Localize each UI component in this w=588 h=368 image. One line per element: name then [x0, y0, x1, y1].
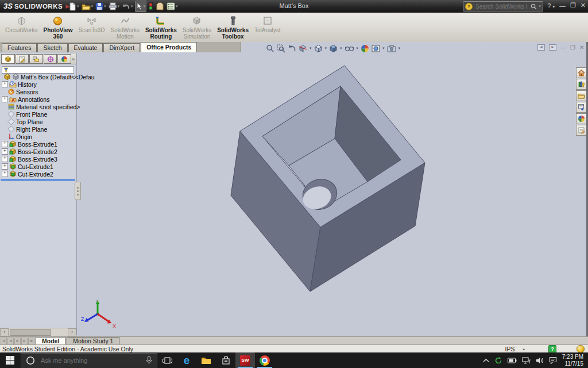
tree-horizontal-scrollbar[interactable]: ‹ ›	[0, 328, 76, 336]
featuremanager-tab[interactable]	[1, 54, 15, 64]
tab-nav-first-icon[interactable]: ◄	[1, 338, 7, 345]
expand-icon[interactable]: +	[2, 148, 8, 155]
tree-filter-input[interactable]	[10, 67, 72, 74]
tree-item-front-plane[interactable]: Front Plane	[0, 110, 76, 118]
tab-nav-next-icon[interactable]: ►	[14, 338, 21, 345]
solidworks-taskbar-button[interactable]: SW	[235, 352, 255, 368]
apply-scene-dropdown-icon[interactable]: ▾	[382, 46, 385, 51]
search-icon[interactable]	[531, 3, 537, 10]
task-view-button[interactable]	[157, 352, 177, 368]
taskbar-clock[interactable]: 7:23 PM 11/7/15	[562, 354, 583, 367]
search-dropdown-icon[interactable]: ▾	[539, 4, 541, 9]
rollback-bar[interactable]	[1, 179, 75, 181]
displaymanager-tab[interactable]	[57, 54, 71, 64]
network-icon[interactable]	[522, 357, 531, 364]
quick-tips-icon[interactable]: ?	[548, 345, 556, 353]
restore-button[interactable]: ❐	[570, 2, 576, 9]
tree-item-cut-extrude2[interactable]: + Cut-Extrude2	[0, 170, 76, 178]
doc-restore-button[interactable]: ❐	[570, 44, 575, 51]
expand-icon[interactable]: +	[2, 163, 8, 170]
edge-button[interactable]: e	[177, 352, 196, 368]
expand-icon[interactable]: +	[2, 96, 8, 102]
taskbar-search-input[interactable]	[40, 356, 141, 365]
hide-show-dropdown-icon[interactable]: ▾	[357, 46, 359, 51]
display-style-dropdown-icon[interactable]: ▾	[340, 46, 342, 51]
help-search-box[interactable]: ? ▾	[463, 1, 543, 12]
apply-scene-icon[interactable]	[372, 44, 380, 53]
rebuild-button[interactable]	[148, 1, 154, 12]
ribbon-circuitworks-button[interactable]: CircuitWorks	[2, 14, 40, 41]
tab-nav-last-icon[interactable]: ►	[21, 338, 28, 345]
tab-office-products[interactable]: Office Products	[141, 42, 197, 52]
viewport[interactable]: ▾ ▾ ▾ ▾ ▾ ▾ ◄ ► — ❐ ✕	[0, 42, 588, 336]
model-tab[interactable]: Model	[36, 337, 65, 345]
select-button[interactable]: ▾	[135, 1, 147, 12]
action-center-icon[interactable]	[549, 356, 557, 364]
propertymanager-tab[interactable]	[16, 54, 29, 64]
help-button[interactable]: ? ▾	[547, 2, 555, 9]
help-search-input[interactable]	[474, 3, 529, 10]
tab-nav-menu-icon[interactable]: ■	[28, 338, 34, 345]
view-orientation-icon[interactable]	[314, 44, 323, 53]
tree-item-boss-extrude3[interactable]: + Boss-Extrude3	[0, 155, 76, 163]
scroll-left-icon[interactable]: ‹	[0, 328, 9, 336]
minimize-button[interactable]: —	[559, 2, 566, 9]
expand-icon[interactable]: +	[2, 141, 8, 147]
tree-item-annotations[interactable]: + A Annotations	[0, 95, 76, 103]
motion-study-tab[interactable]: Motion Study 1	[67, 337, 119, 345]
file-explorer-tab[interactable]	[576, 90, 587, 101]
ribbon-simulation-button[interactable]: SolidWorksSimulation	[180, 14, 214, 41]
new-document-button[interactable]: ▾	[68, 1, 80, 12]
scroll-right-icon[interactable]: ›	[68, 328, 76, 336]
display-style-icon[interactable]	[329, 44, 338, 53]
tree-item-history[interactable]: + History	[0, 80, 76, 88]
expand-icon[interactable]: +	[2, 81, 8, 87]
custom-properties-tab[interactable]	[576, 125, 587, 136]
doc-prev-window-icon[interactable]: ◄	[537, 44, 545, 51]
edit-appearance-icon[interactable]	[361, 44, 369, 53]
tree-item-origin[interactable]: Origin	[0, 133, 76, 140]
solidworks-logo[interactable]: 3S SOLIDWORKS ▶	[3, 2, 69, 10]
manager-tabs-overflow-icon[interactable]: »	[72, 56, 75, 62]
3d-model[interactable]	[0, 42, 588, 336]
tab-features[interactable]: Features	[2, 43, 37, 52]
tree-item-right-plane[interactable]: Right Plane	[0, 125, 76, 133]
panel-splitter[interactable]	[75, 182, 81, 200]
print-button[interactable]: ▾	[108, 1, 121, 12]
file-properties-button[interactable]	[155, 1, 165, 12]
tree-item-boss-extrude1[interactable]: + Boss-Extrude1	[0, 140, 76, 148]
microphone-icon[interactable]	[146, 356, 152, 365]
view-settings-icon[interactable]	[387, 45, 396, 52]
file-explorer-button[interactable]	[196, 352, 216, 368]
expand-icon[interactable]: +	[2, 156, 8, 162]
view-settings-dropdown-icon[interactable]: ▾	[399, 46, 401, 51]
ribbon-toolbox-button[interactable]: SolidWorksToolbox	[214, 14, 252, 41]
units-dropdown-icon[interactable]: ▴	[523, 347, 525, 351]
tab-evaluate[interactable]: Evaluate	[68, 43, 103, 52]
previous-view-icon[interactable]	[288, 44, 296, 53]
options-button[interactable]: ▾	[166, 1, 179, 12]
view-orientation-dropdown-icon[interactable]: ▾	[325, 46, 327, 51]
units-selector[interactable]: IPS ▴	[505, 346, 525, 352]
tab-sketch[interactable]: Sketch	[37, 43, 67, 52]
section-view-icon[interactable]	[299, 44, 307, 53]
store-button[interactable]	[216, 352, 235, 368]
view-palette-tab[interactable]	[576, 102, 587, 113]
section-dropdown-icon[interactable]: ▾	[310, 46, 312, 51]
doc-minimize-button[interactable]: —	[560, 44, 566, 51]
tree-item-sensors[interactable]: Sensors	[0, 88, 76, 95]
tab-dimxpert[interactable]: DimXpert	[103, 43, 140, 52]
tree-item-boss-extrude2[interactable]: + Boss-Extrude2	[0, 148, 76, 155]
battery-icon[interactable]	[508, 358, 517, 363]
ribbon-scanto3d-button[interactable]: ScanTo3D	[75, 14, 107, 41]
start-button[interactable]	[0, 352, 20, 368]
tree-item-root[interactable]: Matt's Box (Default<<Defau	[0, 73, 76, 80]
volume-icon[interactable]	[536, 357, 544, 364]
doc-close-button[interactable]: ✕	[579, 44, 584, 51]
expand-icon[interactable]: +	[2, 171, 8, 177]
appearances-tab[interactable]	[576, 113, 587, 124]
tab-nav-prev-icon[interactable]: ◄	[7, 338, 14, 345]
hide-show-items-icon[interactable]	[345, 45, 354, 52]
resources-tab[interactable]	[576, 67, 587, 78]
open-button[interactable]: ▾	[81, 1, 94, 12]
